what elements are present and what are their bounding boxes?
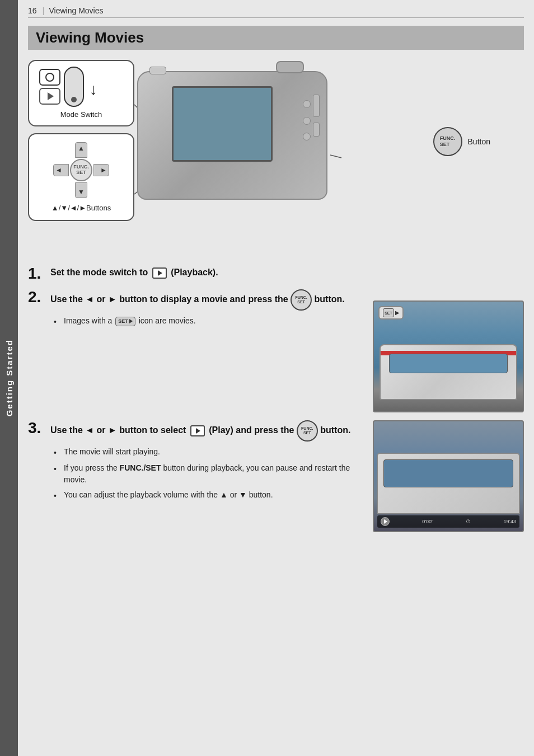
camera-button-round-2 bbox=[303, 117, 311, 125]
step-3-content: Use the ◄ or ► button to select (Play) a… bbox=[50, 420, 524, 532]
camera-top-dial bbox=[276, 61, 304, 73]
movie-play-triangle bbox=[384, 519, 387, 524]
set-movie-icon-badge: SET bbox=[115, 317, 135, 327]
camera-diagram bbox=[137, 60, 327, 200]
step-1: 1. Set the mode switch to (Playback). bbox=[28, 266, 524, 281]
movie-time-left: 0'00" bbox=[422, 519, 433, 524]
step-1-content: Set the mode switch to (Playback). bbox=[50, 266, 524, 279]
dpad-up[interactable]: ▲ bbox=[75, 142, 87, 158]
camera-mode-icon bbox=[39, 69, 60, 86]
steps-section: 1. Set the mode switch to (Playback). 2. bbox=[28, 266, 524, 532]
movie-train-body bbox=[377, 453, 520, 514]
step-3-number: 3. bbox=[28, 420, 49, 436]
movie-time-right: 19:43 bbox=[503, 519, 516, 524]
step-3-bullet-2-text: If you press the FUNC./SET button during… bbox=[64, 462, 363, 486]
step-2-bullets: • Images with a SET icon are movies. bbox=[54, 315, 363, 328]
step-2-bullet-text: Images with a SET icon are movies. bbox=[64, 315, 196, 327]
oval-dot bbox=[71, 97, 77, 102]
playback-icon-step3 bbox=[190, 425, 205, 436]
step-3-text-block: Use the ◄ or ► button to select (Play) a… bbox=[50, 420, 363, 505]
playback-mode-icon-inline bbox=[152, 267, 167, 279]
side-tab-label: Getting Started bbox=[4, 339, 14, 416]
step-1-number: 1. bbox=[28, 266, 49, 281]
movie-train-window bbox=[383, 459, 513, 487]
step-2-train-image: SET ▶ bbox=[373, 300, 524, 412]
func-set-text: FUNC.SET bbox=[440, 135, 456, 148]
play-tri-step3 bbox=[196, 428, 200, 434]
playback-mode-icon bbox=[39, 88, 60, 105]
side-tab: Getting Started bbox=[0, 0, 18, 756]
step-3-bullet-3-text: You can adjust the playback volume with … bbox=[64, 489, 273, 501]
func-set-button-diagram: FUNC.SET bbox=[433, 127, 462, 156]
movie-icon-small: ▶ bbox=[395, 310, 399, 316]
camera-shape bbox=[137, 71, 327, 200]
dpad-down[interactable]: ▼ bbox=[75, 182, 87, 198]
movie-time-icon: ⏱ bbox=[466, 519, 471, 524]
step-2-number: 2. bbox=[28, 289, 49, 305]
bullet-dot-2: • bbox=[54, 463, 62, 475]
bullet-dot: • bbox=[54, 316, 62, 328]
func-set-inline-step3: FUNC.SET bbox=[297, 420, 318, 442]
step-2-text: Use the ◄ or ► button to display a movie… bbox=[50, 289, 363, 311]
step-2-content: Use the ◄ or ► button to display a movie… bbox=[50, 289, 524, 412]
dpad: ▲ ▼ ◄ ► FUNC.SET bbox=[53, 142, 109, 198]
mode-switch-box: ↓ Mode Switch bbox=[28, 60, 134, 126]
movie-controls-bar: 0'00" ⏱ 19:43 bbox=[377, 515, 519, 528]
set-badge-overlay: SET ▶ bbox=[378, 306, 404, 320]
func-set-outer: FUNC.SET Button bbox=[433, 127, 490, 156]
step-3-bullets: • The movie will start playing. • If you… bbox=[54, 446, 363, 502]
nav-buttons-box: ▲ ▼ ◄ ► FUNC.SET ▲/▼/◄/►Buttons bbox=[28, 133, 134, 221]
page-number: 16 bbox=[28, 6, 37, 15]
nav-buttons-label: ▲/▼/◄/►Buttons bbox=[39, 204, 123, 212]
set-icon-small: SET bbox=[383, 308, 394, 317]
mode-switch-label: Mode Switch bbox=[39, 110, 123, 119]
bullet-dot-3: • bbox=[54, 490, 62, 502]
dpad-container: ▲ ▼ ◄ ► FUNC.SET bbox=[39, 142, 123, 198]
camera-flash bbox=[149, 67, 166, 74]
camera-button-round-1 bbox=[303, 100, 311, 108]
diagram-left: ↓ Mode Switch ▲ ▼ ◄ ► FUNC.SET ▲/▼/◄/►Bu… bbox=[28, 60, 134, 221]
step-3: 3. Use the ◄ or ► button to select (Play… bbox=[28, 420, 524, 532]
step-3-movie-image: 0'00" ⏱ 19:43 bbox=[373, 420, 524, 532]
step-3-bullet-1: • The movie will start playing. bbox=[54, 446, 363, 459]
step-2-image-wrapper: SET ▶ bbox=[373, 300, 524, 412]
mode-switch-icons: ↓ bbox=[39, 67, 123, 107]
func-set-inline-step2: FUNC.SET bbox=[291, 289, 312, 311]
set-text: SET bbox=[118, 318, 128, 326]
camera-button-round-3 bbox=[303, 133, 311, 140]
page-title: Viewing Movies bbox=[28, 26, 524, 50]
camera-icon-stack bbox=[39, 69, 60, 105]
func-set-button-label: Button bbox=[468, 137, 490, 146]
step-3-main-text: Use the ◄ or ► button to select (Play) a… bbox=[50, 420, 363, 442]
train-window bbox=[389, 354, 508, 373]
camera-side-button bbox=[313, 95, 320, 117]
step-3-image-wrapper: 0'00" ⏱ 19:43 bbox=[373, 420, 524, 532]
dpad-right[interactable]: ► bbox=[93, 164, 109, 176]
camera-side-button-2 bbox=[313, 123, 320, 137]
step-2-bullet-1: • Images with a SET icon are movies. bbox=[54, 315, 363, 328]
func-set-dpad-center[interactable]: FUNC.SET bbox=[70, 159, 92, 181]
bullet-dot-1: • bbox=[54, 447, 62, 459]
camera-screen bbox=[172, 86, 273, 162]
oval-switch bbox=[64, 67, 84, 107]
train-body bbox=[380, 344, 517, 400]
page-header: 16 | Viewing Movies bbox=[28, 6, 524, 18]
step-1-text: Set the mode switch to (Playback). bbox=[50, 266, 524, 279]
step-3-bullet-3: • You can adjust the playback volume wit… bbox=[54, 489, 363, 502]
diagram-area: ↓ Mode Switch ▲ ▼ ◄ ► FUNC.SET ▲/▼/◄/►Bu… bbox=[28, 60, 524, 256]
movie-icon-triangle bbox=[129, 319, 133, 323]
playback-triangle bbox=[158, 270, 162, 276]
dpad-left[interactable]: ◄ bbox=[53, 164, 69, 176]
movie-play-button[interactable] bbox=[381, 517, 390, 526]
step-2: 2. Use the ◄ or ► button to display a mo… bbox=[28, 289, 524, 412]
page-header-section: Viewing Movies bbox=[49, 6, 103, 15]
svg-line-2 bbox=[330, 155, 341, 158]
step-3-bullet-1-text: The movie will start playing. bbox=[64, 446, 160, 458]
arrow-down-indicator: ↓ bbox=[90, 82, 97, 97]
step-3-bullet-2: • If you press the FUNC./SET button duri… bbox=[54, 462, 363, 486]
play-triangle bbox=[48, 92, 54, 100]
